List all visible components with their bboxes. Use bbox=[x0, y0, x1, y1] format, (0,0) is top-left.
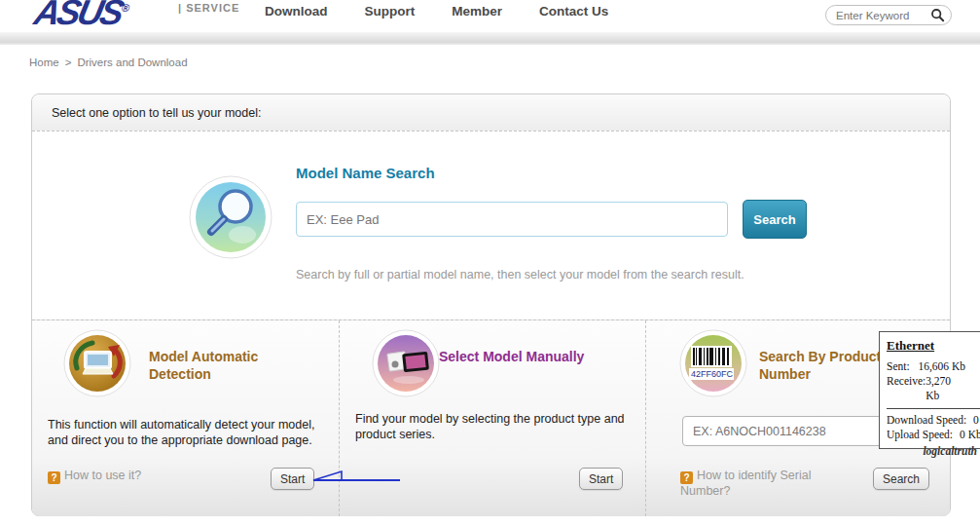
model-name-input[interactable] bbox=[296, 202, 728, 237]
main-nav: Download Support Member Contact Us bbox=[265, 4, 608, 19]
keyword-search-input[interactable] bbox=[836, 10, 930, 21]
sent-value: 16,606 Kb bbox=[918, 359, 965, 374]
how-to-identify-label[interactable]: How to identify Serial Number? bbox=[680, 469, 811, 498]
download-speed-value: 0 bbox=[973, 414, 979, 426]
question-icon: ? bbox=[680, 471, 693, 484]
auto-detection-description: This function will automatically detect … bbox=[48, 418, 335, 448]
receive-label: Receive: bbox=[887, 374, 926, 403]
sent-label: Sent: bbox=[887, 359, 910, 374]
upload-speed-row: Upload Speed:0 Kb bbox=[887, 428, 980, 442]
manual-select-description: Find your model by selecting the product… bbox=[355, 412, 642, 442]
auto-detection-section: Model Automatic Detection This function … bbox=[32, 320, 339, 516]
breadcrumb-current: Drivers and Download bbox=[77, 56, 187, 68]
magnifier-badge-icon bbox=[188, 174, 273, 264]
auto-detection-start-button[interactable]: Start bbox=[271, 468, 314, 490]
manual-select-start-button[interactable]: Start bbox=[579, 468, 623, 490]
annotation-arrow bbox=[309, 469, 403, 488]
model-name-search-button[interactable]: Search bbox=[743, 200, 807, 239]
question-icon: ? bbox=[48, 471, 60, 484]
header-divider bbox=[0, 32, 980, 45]
download-speed-row: Download Speed:0 bbox=[887, 413, 980, 428]
page: ASUS® | SERVICE Download Support Member … bbox=[0, 0, 980, 526]
how-to-use-label[interactable]: How to use it? bbox=[64, 469, 141, 482]
nav-item-member[interactable]: Member bbox=[452, 4, 502, 19]
breadcrumb-separator: > bbox=[65, 56, 72, 68]
product-number-search-button[interactable]: Search bbox=[873, 468, 929, 490]
breadcrumb: Home>Drivers and Download bbox=[29, 56, 188, 68]
watermark: logicaltruth bbox=[887, 445, 980, 457]
keyword-search-box[interactable] bbox=[825, 5, 952, 25]
how-to-use-link[interactable]: ?How to use it? bbox=[48, 469, 141, 484]
how-to-identify-link[interactable]: ?How to identify Serial Number? bbox=[680, 469, 821, 499]
receive-row: Receive: 3,270 Kb bbox=[887, 374, 980, 403]
nav-item-support[interactable]: Support bbox=[365, 4, 416, 19]
service-label: | SERVICE bbox=[178, 2, 239, 14]
upload-speed-value: 0 Kb bbox=[960, 429, 980, 440]
top-header: ASUS® | SERVICE Download Support Member … bbox=[0, 0, 980, 32]
panel-instruction: Select one option to tell us your model: bbox=[32, 94, 950, 132]
breadcrumb-home[interactable]: Home bbox=[29, 56, 59, 68]
auto-detection-title: Model Automatic Detection bbox=[149, 348, 305, 383]
search-icon[interactable] bbox=[930, 8, 945, 22]
ethernet-popup: Ethernet Sent: 16,606 Kb Receive: 3,270 … bbox=[879, 331, 980, 449]
upload-speed-label: Upload Speed: bbox=[887, 429, 953, 440]
barcode-icon: 42FF60FC bbox=[679, 329, 747, 401]
model-name-search-helper: Search by full or partial model name, th… bbox=[296, 268, 744, 282]
options-row: Model Automatic Detection This function … bbox=[32, 319, 950, 516]
receive-value: 3,270 Kb bbox=[926, 374, 965, 403]
download-speed-label: Download Speed: bbox=[887, 414, 966, 426]
model-selection-panel: Select one option to tell us your model:… bbox=[31, 94, 951, 516]
model-name-search-title: Model Name Search bbox=[296, 165, 435, 181]
ethernet-divider bbox=[887, 408, 980, 409]
manual-select-title: Select Model Manually bbox=[439, 348, 634, 365]
asus-logo-text: ASUS bbox=[31, 0, 126, 32]
sent-row: Sent: 16,606 Kb bbox=[887, 359, 980, 374]
manual-select-icon bbox=[372, 329, 440, 401]
ethernet-title: Ethernet bbox=[887, 338, 980, 354]
asus-logo[interactable]: ASUS® bbox=[31, 0, 133, 33]
nav-item-contact-us[interactable]: Contact Us bbox=[539, 4, 608, 19]
barcode-label: 42FF60FC bbox=[691, 369, 734, 379]
registered-mark: ® bbox=[121, 2, 131, 14]
auto-detection-icon bbox=[63, 329, 131, 401]
nav-item-download[interactable]: Download bbox=[265, 4, 328, 19]
